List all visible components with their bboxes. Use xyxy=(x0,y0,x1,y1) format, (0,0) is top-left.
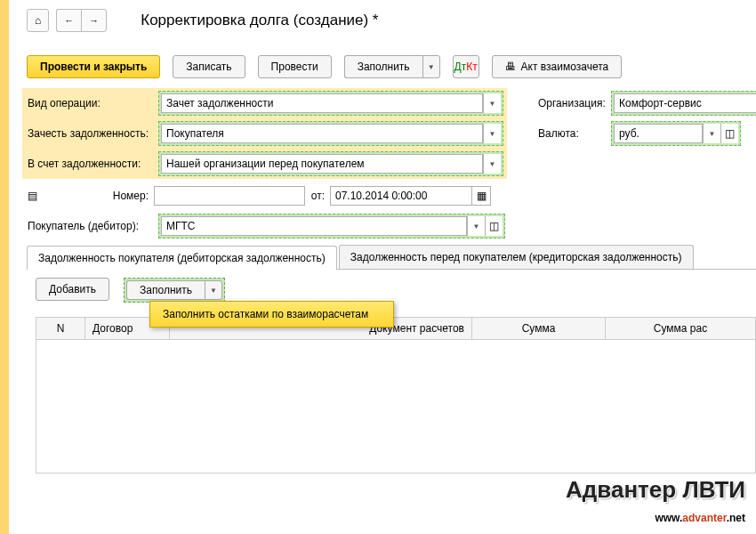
against-field[interactable]: Нашей организации перед покупателем xyxy=(161,154,483,174)
print-icon: 🖶 xyxy=(505,61,516,73)
chevron-down-icon: ▼ xyxy=(709,130,716,138)
date-field[interactable]: 07.10.2014 0:00:00 xyxy=(330,186,472,206)
fill-balances-menuitem[interactable]: Заполнить остатками по взаиморасчетам xyxy=(149,301,394,328)
from-label: от: xyxy=(305,190,330,202)
currency-field[interactable]: руб. xyxy=(614,124,703,143)
fill-split-button[interactable]: Заполнить ▼ xyxy=(344,55,440,78)
against-label: В счет задолженности: xyxy=(22,158,158,170)
watermark-line2: www.advanter.net xyxy=(566,504,745,527)
page-title: Корректировка долга (создание) * xyxy=(141,12,378,29)
dtkt-button[interactable]: ДтКт xyxy=(453,55,479,78)
col-sum-calc[interactable]: Сумма рас xyxy=(606,318,755,339)
currency-open[interactable]: ◫ xyxy=(720,124,738,143)
tab-creditor[interactable]: Задолженность перед покупателем (кредито… xyxy=(339,245,694,269)
watermark-www: www. xyxy=(655,512,682,524)
arrow-right-icon: → xyxy=(89,15,99,26)
number-field[interactable] xyxy=(154,186,305,206)
forward-button[interactable]: → xyxy=(81,9,107,32)
against-dropdown[interactable]: ▼ xyxy=(483,154,501,174)
buyer-label: Покупатель (дебитор): xyxy=(22,220,158,232)
watermark-line1: Адвантер ЛВТИ xyxy=(566,476,745,504)
add-button[interactable]: Добавить xyxy=(36,278,109,301)
op-type-label: Вид операции: xyxy=(22,97,158,109)
tab-fill-button[interactable]: Заполнить xyxy=(126,280,205,300)
org-field[interactable]: Комфорт-сервис xyxy=(614,93,756,113)
chevron-down-icon: ▼ xyxy=(210,287,217,295)
tab-toolbar: Добавить Заполнить ▼ xyxy=(36,278,225,303)
watermark-adv: advanter xyxy=(682,512,726,524)
back-button[interactable]: ← xyxy=(56,9,81,32)
home-icon: ⌂ xyxy=(35,14,41,27)
buyer-open[interactable]: ◫ xyxy=(485,216,503,236)
buyer-dropdown[interactable]: ▼ xyxy=(467,216,485,236)
watermark: Адвантер ЛВТИ www.advanter.net xyxy=(566,476,745,527)
chevron-down-icon: ▼ xyxy=(489,130,496,138)
post-button[interactable]: Провести xyxy=(258,55,332,78)
open-icon: ◫ xyxy=(725,127,735,140)
currency-label: Валюта: xyxy=(533,127,611,140)
offset-label: Зачесть задолженность: xyxy=(22,127,158,140)
save-button[interactable]: Записать xyxy=(173,55,245,78)
data-table: N Договор Документ расчетов Сумма Сумма … xyxy=(36,317,756,473)
org-label: Организация: xyxy=(533,97,611,109)
table-header: N Договор Документ расчетов Сумма Сумма … xyxy=(36,317,756,340)
buyer-field[interactable]: МГТС xyxy=(161,216,467,236)
currency-dropdown[interactable]: ▼ xyxy=(703,124,720,143)
tab-fill-split[interactable]: Заполнить ▼ xyxy=(126,280,222,300)
calendar-icon: ▦ xyxy=(477,190,487,202)
chevron-down-icon: ▼ xyxy=(489,160,496,168)
dtkt-icon: ДтКт xyxy=(454,61,478,73)
act-button[interactable]: 🖶 Акт взаимозачета xyxy=(492,55,623,78)
form-area: Вид операции: Зачет задолженности ▼ Заче… xyxy=(22,88,756,241)
open-icon: ◫ xyxy=(489,220,499,232)
arrow-left-icon: ← xyxy=(64,15,74,26)
op-type-dropdown[interactable]: ▼ xyxy=(483,93,501,113)
post-and-close-button[interactable]: Провести и закрыть xyxy=(27,55,160,78)
fill-button[interactable]: Заполнить xyxy=(344,55,422,78)
col-n[interactable]: N xyxy=(36,318,85,339)
app-left-bar xyxy=(0,0,9,534)
table-body[interactable] xyxy=(36,340,756,473)
chevron-down-icon: ▼ xyxy=(473,222,480,231)
chevron-down-icon: ▼ xyxy=(489,100,496,108)
home-button[interactable]: ⌂ xyxy=(27,9,49,32)
note-icon[interactable]: ▤ xyxy=(22,190,38,202)
number-label: Номер: xyxy=(38,190,154,202)
offset-field[interactable]: Покупателя xyxy=(161,124,483,143)
tab-fill-dropdown[interactable]: ▼ xyxy=(205,280,222,300)
tab-debtor[interactable]: Задолженность покупателя (дебиторская за… xyxy=(27,246,337,270)
tabs: Задолженность покупателя (дебиторская за… xyxy=(27,245,756,270)
offset-dropdown[interactable]: ▼ xyxy=(483,124,501,143)
main-toolbar: Провести и закрыть Записать Провести Зап… xyxy=(27,55,622,78)
calendar-button[interactable]: ▦ xyxy=(471,186,491,206)
op-type-field[interactable]: Зачет задолженности xyxy=(161,93,483,113)
fill-dropdown[interactable]: ▼ xyxy=(422,55,440,78)
act-label: Акт взаимозачета xyxy=(521,61,609,73)
topbar: ⌂ ← → Корректировка долга (создание) * xyxy=(27,9,379,32)
watermark-net: .net xyxy=(727,512,745,524)
chevron-down-icon: ▼ xyxy=(428,63,435,71)
col-sum[interactable]: Сумма xyxy=(472,318,606,339)
